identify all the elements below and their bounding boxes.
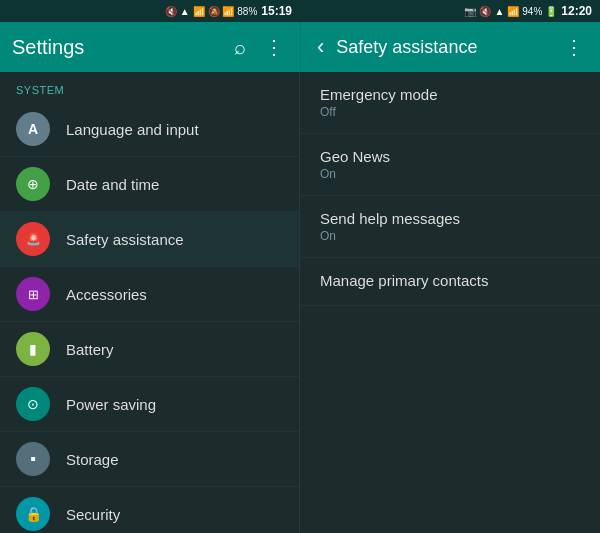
right-status-icons: 📷 🔇 ▲ 📶 94% 🔋 bbox=[464, 6, 557, 17]
security-label: Security bbox=[66, 506, 120, 523]
settings-item-safety[interactable]: 🚨 Safety assistance bbox=[0, 212, 299, 267]
datetime-label: Date and time bbox=[66, 176, 159, 193]
datetime-icon: ⊕ bbox=[16, 167, 50, 201]
emergency-subtitle: Off bbox=[320, 105, 580, 119]
emergency-title: Emergency mode bbox=[320, 86, 580, 103]
section-header-system: SYSTEM bbox=[0, 72, 299, 102]
powersaving-label: Power saving bbox=[66, 396, 156, 413]
settings-item-accessories[interactable]: ⊞ Accessories bbox=[0, 267, 299, 322]
time-left: 15:19 bbox=[261, 4, 292, 18]
sendhelp-title: Send help messages bbox=[320, 210, 580, 227]
detail-item-sendhelp[interactable]: Send help messages On bbox=[300, 196, 600, 258]
left-status-icons: 🔇 ▲ 📶 🔕 📶 88% bbox=[165, 6, 257, 17]
detail-panel: Emergency mode Off Geo News On Send help… bbox=[300, 72, 600, 533]
safety-icon: 🚨 bbox=[16, 222, 50, 256]
status-bars: 🔇 ▲ 📶 🔕 📶 88% 15:19 📷 🔇 ▲ 📶 94% 🔋 12:20 bbox=[0, 0, 600, 22]
settings-item-language[interactable]: A Language and input bbox=[0, 102, 299, 157]
settings-item-powersaving[interactable]: ⊙ Power saving bbox=[0, 377, 299, 432]
app-bars: Settings ⌕ ⋮ ‹ Safety assistance ⋮ bbox=[0, 22, 600, 72]
accessories-label: Accessories bbox=[66, 286, 147, 303]
accessories-icon: ⊞ bbox=[16, 277, 50, 311]
time-right: 12:20 bbox=[561, 4, 592, 18]
settings-item-battery[interactable]: ▮ Battery bbox=[0, 322, 299, 377]
mute-icon: 🔇 bbox=[165, 6, 177, 17]
detail-title: Safety assistance bbox=[336, 37, 552, 58]
settings-item-storage[interactable]: ▪ Storage bbox=[0, 432, 299, 487]
powersaving-icon: ⊙ bbox=[16, 387, 50, 421]
sendhelp-subtitle: On bbox=[320, 229, 580, 243]
geonews-subtitle: On bbox=[320, 167, 580, 181]
battery-label: Battery bbox=[66, 341, 114, 358]
storage-icon: ▪ bbox=[16, 442, 50, 476]
contacts-title: Manage primary contacts bbox=[320, 272, 580, 289]
app-bar-settings: Settings ⌕ ⋮ bbox=[0, 22, 300, 72]
settings-item-datetime[interactable]: ⊕ Date and time bbox=[0, 157, 299, 212]
settings-title: Settings bbox=[12, 36, 220, 59]
storage-label: Storage bbox=[66, 451, 119, 468]
detail-item-geonews[interactable]: Geo News On bbox=[300, 134, 600, 196]
screenshot-icon: 📷 bbox=[464, 6, 476, 17]
battery-icon-left: ▮ bbox=[16, 332, 50, 366]
language-icon: A bbox=[16, 112, 50, 146]
detail-item-emergency[interactable]: Emergency mode Off bbox=[300, 72, 600, 134]
wifi-icon-right: ▲ bbox=[494, 6, 504, 17]
mute-icon-right: 🔇 bbox=[479, 6, 491, 17]
back-button[interactable]: ‹ bbox=[313, 30, 328, 64]
battery-icon: 🔋 bbox=[545, 6, 557, 17]
app-bar-detail: ‹ Safety assistance ⋮ bbox=[300, 22, 600, 72]
more-options-button-left[interactable]: ⋮ bbox=[260, 31, 288, 63]
battery-percent-left: 🔕 📶 88% bbox=[208, 6, 258, 17]
main-content: SYSTEM A Language and input ⊕ Date and t… bbox=[0, 72, 600, 533]
status-bar-right: 📷 🔇 ▲ 📶 94% 🔋 12:20 bbox=[300, 0, 600, 22]
signal-icon: 📶 bbox=[193, 6, 205, 17]
settings-item-security[interactable]: 🔒 Security bbox=[0, 487, 299, 533]
search-button[interactable]: ⌕ bbox=[230, 32, 250, 63]
battery-percent-right: 94% bbox=[522, 6, 542, 17]
wifi-icon: ▲ bbox=[180, 6, 190, 17]
security-icon: 🔒 bbox=[16, 497, 50, 531]
detail-item-contacts[interactable]: Manage primary contacts bbox=[300, 258, 600, 306]
geonews-title: Geo News bbox=[320, 148, 580, 165]
safety-label: Safety assistance bbox=[66, 231, 184, 248]
settings-panel: SYSTEM A Language and input ⊕ Date and t… bbox=[0, 72, 300, 533]
status-bar-left: 🔇 ▲ 📶 🔕 📶 88% 15:19 bbox=[0, 0, 300, 22]
more-options-button-right[interactable]: ⋮ bbox=[560, 31, 588, 63]
language-label: Language and input bbox=[66, 121, 199, 138]
signal-icon-right: 📶 bbox=[507, 6, 519, 17]
